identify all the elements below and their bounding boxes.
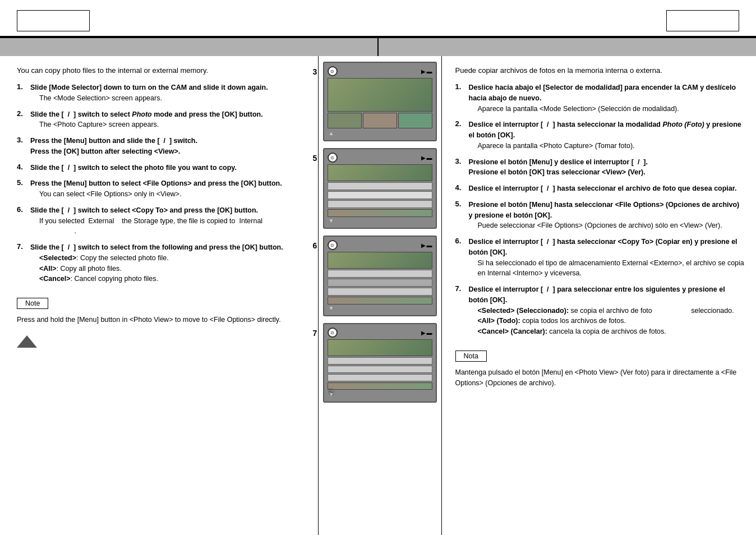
step-content: Deslice el interruptor [ / ] para selecc… xyxy=(469,284,745,337)
note-text-right: Mantenga pulsado el botón [Menu] en <Pho… xyxy=(455,367,745,389)
cam-main-img xyxy=(328,78,432,112)
note-box-right: Nota xyxy=(455,350,487,362)
step-content: Deslice el interruptor [ / ] hasta selec… xyxy=(469,237,745,279)
cam-thumb xyxy=(398,113,432,128)
screen-number-6: 6 xyxy=(313,241,317,250)
page: You can copy photo files to the internal… xyxy=(0,0,756,535)
copy-icon: ⎘ xyxy=(329,387,334,397)
step-sub-text: The <Photo Capture> screen appears. xyxy=(30,119,263,130)
step-content: Slide the [ / ] switch to select Photo m… xyxy=(30,109,263,131)
cam-menu-bar xyxy=(328,182,432,190)
cam-status-icons: ▶ ▬ xyxy=(421,155,432,161)
step-sub-text: Aparece la pantalla <Photo Capture> (Tom… xyxy=(469,141,745,151)
step-content: Presione el botón [Menu] y deslice el in… xyxy=(469,157,648,178)
note-section-right: Nota Mantenga pulsado el botón [Menu] en… xyxy=(455,345,745,389)
cam-thumb xyxy=(328,209,432,217)
note-box-left: Note xyxy=(17,298,48,309)
step-sub-text: If you selected External the Storage typ… xyxy=(30,216,262,237)
cam-battery-icon: ▬ xyxy=(427,242,432,248)
step-content: Deslice el interruptor [ / ] hasta selec… xyxy=(469,183,737,194)
note-label-right: Nota xyxy=(464,352,478,360)
arrow-up-icon xyxy=(17,331,307,349)
step-main-text: Press the [Menu] button and slide the [ … xyxy=(30,137,197,155)
step-sub-text: <Selected>: Copy the selected photo file… xyxy=(30,253,283,264)
left-steps-list: 1. Slide [Mode Selector] down to turn on… xyxy=(17,82,307,284)
screen-number-3: 3 xyxy=(313,67,317,76)
cam-top-bar: ⊙ ▶ ▬ xyxy=(328,66,432,76)
cam-icon: ⊙ xyxy=(328,153,338,163)
step-number: 6. xyxy=(17,205,30,214)
step-content: Slide [Mode Selector] down to turn on th… xyxy=(30,82,268,104)
step-main-text: Presione el botón [Menu] hasta seleccion… xyxy=(469,201,740,219)
left-intro: You can copy photo files to the internal… xyxy=(17,66,307,75)
cam-battery-icon: ▬ xyxy=(427,155,432,161)
step-number: 4. xyxy=(17,163,30,171)
list-item: 5. Press the [Menu] button to select <Fi… xyxy=(17,178,307,200)
cam-menu-bar xyxy=(328,200,432,208)
section-header-row xyxy=(0,38,756,56)
list-item: 7. Deslice el interruptor [ / ] para sel… xyxy=(455,284,745,337)
camera-screen-3: 3 ⊙ ▶ ▬ xyxy=(323,62,437,142)
list-item: 1. Slide [Mode Selector] down to turn on… xyxy=(17,82,307,104)
screen-number-7: 7 xyxy=(313,329,317,338)
cam-status-icon: ▶ xyxy=(421,242,426,248)
cam-menu-bar xyxy=(328,191,432,199)
center-column: 3 ⊙ ▶ ▬ xyxy=(319,56,442,535)
cam-label: ▼ xyxy=(328,217,432,224)
cam-top-bar: ⊙ ▶ ▬ xyxy=(328,153,432,163)
cam-wrapper-5: ⊙ ▶ ▬ ▼ xyxy=(323,148,437,229)
cam-wrapper-3: ⊙ ▶ ▬ ▲ xyxy=(323,62,437,141)
step-content: Press the [Menu] button to select <File … xyxy=(30,178,282,200)
list-item: 7. Slide the [ / ] switch to select from… xyxy=(17,242,307,284)
cam-battery-icon: ▬ xyxy=(427,330,432,336)
step-main-text: Press the [Menu] button to select <File … xyxy=(30,179,282,187)
cam-top-bar: ⊙ ▶ ▬ xyxy=(328,328,432,338)
step-content: Deslice hacia abajo el [Selector de moda… xyxy=(469,82,745,114)
step-content: Slide the [ / ] switch to select from th… xyxy=(30,242,283,284)
cam-status-icon: ▶ xyxy=(421,155,426,161)
step-number: 2. xyxy=(455,119,469,128)
cam-menu-bar xyxy=(328,288,432,296)
cam-menu-bar xyxy=(328,366,432,373)
step-content: Press the [Menu] button and slide the [ … xyxy=(30,136,197,157)
section-header-left xyxy=(0,38,379,56)
step-sub-text: <All> (Todo): copia todos los archivos d… xyxy=(469,316,745,326)
camera-screen-7: 7 ⊙ ▶ ▬ ⎘ ▼ xyxy=(323,323,437,404)
cam-status-icons: ▶ ▬ xyxy=(421,242,432,248)
step-main-text: Deslice el interruptor [ / ] hasta selec… xyxy=(469,121,741,139)
cam-menu-bar xyxy=(328,270,432,278)
cam-main-img xyxy=(328,339,432,356)
cam-icon: ⊙ xyxy=(328,66,338,76)
camera-screen-6: 6 ⊙ ▶ ▬ ▼ xyxy=(323,236,437,317)
cam-status-icon: ▶ xyxy=(421,68,426,75)
cam-battery-icon: ▬ xyxy=(427,68,432,75)
list-item: 6. Deslice el interruptor [ / ] hasta se… xyxy=(455,237,745,279)
step-content: Slide the [ / ] switch to select the pho… xyxy=(30,163,237,173)
cam-icon: ⊙ xyxy=(328,240,338,250)
cam-menu-bar-selected xyxy=(328,279,432,287)
step-number: 5. xyxy=(455,200,469,208)
cam-thumb-row xyxy=(328,113,432,128)
cam-status-icons: ▶ ▬ xyxy=(421,68,432,75)
list-item: 2. Slide the [ / ] switch to select Phot… xyxy=(17,109,307,131)
cam-menu-bar xyxy=(328,374,432,381)
cam-thumb xyxy=(328,297,432,305)
step-sub-text: Aparece la pantalla <Mode Selection> (Se… xyxy=(469,104,745,114)
step-number: 7. xyxy=(17,242,30,251)
cam-top-bar: ⊙ ▶ ▬ xyxy=(328,240,432,250)
screen-number-5: 5 xyxy=(313,154,317,163)
step-main-text: Slide the [ / ] switch to select <Copy T… xyxy=(30,206,258,214)
camera-screen-5: 5 ⊙ ▶ ▬ ▼ xyxy=(323,148,437,230)
header-right-box xyxy=(666,10,739,31)
step-main-text: Slide [Mode Selector] down to turn on th… xyxy=(30,84,268,91)
step-content: Presione el botón [Menu] hasta seleccion… xyxy=(469,200,745,231)
step-sub-text: You can select <File Options> only in <V… xyxy=(30,189,282,200)
step-number: 6. xyxy=(455,237,469,245)
right-steps-list: 1. Deslice hacia abajo el [Selector de m… xyxy=(455,82,745,337)
step-number: 5. xyxy=(17,178,30,187)
cam-thumb xyxy=(363,113,397,128)
list-item: 3. Presione el botón [Menu] y deslice el… xyxy=(455,157,745,178)
step-main-text: Slide the [ / ] switch to select the pho… xyxy=(30,164,237,172)
step-sub-text: Puede seleccionar <File Options> (Opcion… xyxy=(469,220,745,231)
step-number: 1. xyxy=(17,82,30,91)
